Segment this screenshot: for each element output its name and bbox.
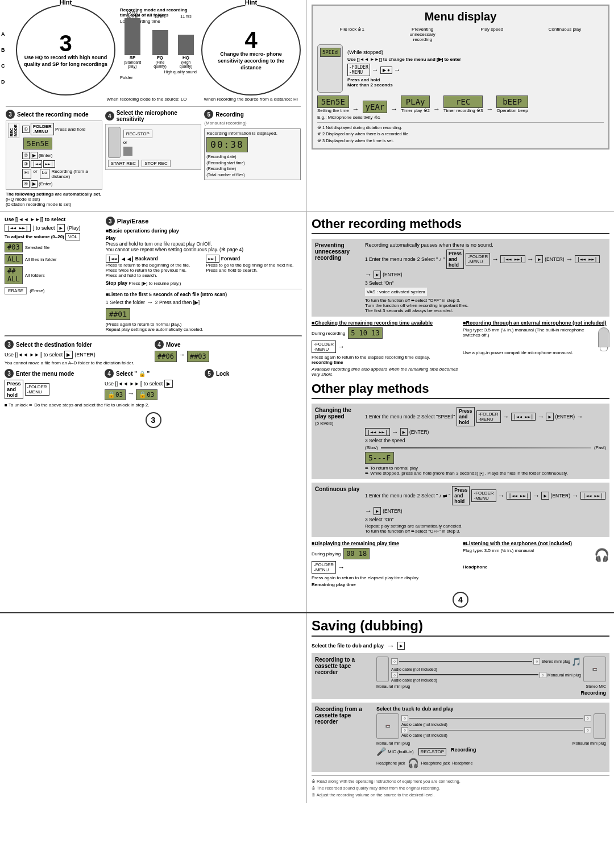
- cable-section-1: ○ ○ Stereo mini plug 🎵 Audio cable (not …: [391, 657, 581, 682]
- available-note: Available recording time also appears wh…: [312, 367, 458, 377]
- intro-cancel: Repeat play settings are automatically c…: [106, 327, 302, 332]
- step4-block: 4 Select the microphone sensitivity REC-…: [105, 110, 202, 207]
- stop-square: [123, 147, 132, 156]
- normal-note: ➨ To return to normal play: [365, 466, 606, 471]
- lcd-file03: #03: [5, 242, 23, 252]
- continuous-play-box: Continuous play 1 Enter the menu mode 2 …: [312, 483, 609, 537]
- move-step3-title: Select the destination folder: [16, 342, 92, 348]
- hint3-text: Use HQ to record with high sound quality…: [24, 55, 107, 68]
- plug-type-info: Plug type: 3.5 mm (⅛ in.) monaural (The …: [463, 327, 595, 338]
- bottom-section: Saving (dubbing) Select the file to dub …: [0, 612, 614, 803]
- device-shape: 5PEEd: [317, 44, 343, 93]
- mic-base: [600, 347, 608, 351]
- menu-notes: ※ 1 Not displayed during dictation recor…: [317, 122, 604, 144]
- top-right: Menu display File lock ※1 Preventingunne…: [307, 0, 614, 211]
- changing-inner: Changing the play speed (5 levels) 1 Ent…: [315, 407, 606, 476]
- lock-step4-num: 4: [105, 369, 114, 378]
- lock-step4-title: Select " 🔒 ": [116, 371, 150, 377]
- bar-sp-sub: (Standard play): [120, 60, 145, 68]
- lcd-speed-play: 5---F: [365, 452, 394, 464]
- bar-sp-bar: [125, 18, 140, 55]
- prev-press-btn[interactable]: Pressandhold: [446, 250, 464, 269]
- all-files-row: ALL All files in folder: [5, 254, 103, 264]
- bar-sp: 15 hrs32 min SP (Standard play): [120, 10, 145, 68]
- lock-press-btn[interactable]: Pressandhold: [5, 380, 23, 399]
- footnote1: ※ Read along with the operating instruct…: [312, 778, 609, 785]
- bar-fq-sub: (Fine quality): [150, 60, 171, 68]
- lock-step3-header: 3 Enter the menu mode: [5, 369, 102, 378]
- preventing-title-lbl: Preventing unnecessary recording: [315, 242, 360, 313]
- note1: ※ 1 Not displayed during dictation recor…: [317, 124, 604, 131]
- menu-use-label: Use [|◄◄ ►►|] to change the menu and [▶]…: [347, 57, 461, 62]
- step4-header: 4 Select the microphone sensitivity: [105, 110, 202, 122]
- top-section: A B C D Hint 3 Use HQ to record with hig…: [0, 0, 614, 211]
- erase-btn[interactable]: ERASE: [5, 287, 27, 294]
- basic-ops-title: ■Basic operations during play: [106, 228, 302, 234]
- recorder-device-1: [376, 657, 389, 682]
- two-col-play: ■Displaying the remaining play time Duri…: [312, 541, 609, 587]
- elapsed-display-note: Press again to return to the elapsed rec…: [312, 355, 458, 360]
- backward-block: |◄◄ ◄◄| Backward Press to return to the …: [106, 255, 202, 278]
- recorder-img: [108, 127, 121, 158]
- cassette-to-box: Recording to a cassette tape recorder ○: [312, 653, 609, 699]
- play-erase-step3: 3 Play/Erase ■Basic operations during pl…: [106, 217, 302, 332]
- headphone-icon: 🎧: [594, 548, 609, 563]
- checking-title: ■Checking the remaining recording time a…: [312, 320, 458, 326]
- footnotes-area: ※ Read along with the operating instruct…: [312, 775, 609, 799]
- preventing-content: Recording automatically pauses when ther…: [365, 242, 606, 313]
- hint4-note2: When recording the source from a distanc…: [204, 97, 298, 102]
- lcd-lock2: 🔒03: [136, 389, 157, 400]
- hint4-number: 4: [244, 28, 257, 51]
- hint3-circle: Hint 3 Use HQ to record with high sound …: [16, 5, 115, 95]
- selected-file-row: #03 Selected file: [5, 242, 103, 252]
- lock-step4: 4 Select " 🔒 " Use [|◄◄ ►►|] to select ▶…: [105, 369, 202, 401]
- setting-time-lbl: Setting the time: [317, 108, 349, 113]
- cont-press-btn[interactable]: Pressandhold: [452, 486, 470, 505]
- rec-details: (Recording date) (Recording start time) …: [206, 154, 298, 178]
- middle-left: Use [|◄◄ ►►|] to select |◄◄ ►►| ] to sel…: [0, 212, 307, 612]
- lcd-ex-play: PLAy Timer play ※2: [401, 95, 430, 113]
- stop-play-block: Stop play Press [▶] to resume play.): [106, 280, 302, 286]
- lock-step4-header: 4 Select " 🔒 ": [105, 369, 202, 378]
- move-step4: 4 Move ##06 → ##03: [155, 340, 302, 366]
- preventing-sub: Recording automatically pauses when ther…: [365, 242, 606, 248]
- cannot-move-note: You cannot move a file from an A–D folde…: [5, 360, 152, 366]
- hint4-note1: When recording close to the source: LO: [107, 97, 187, 102]
- rec-stop-label-area: REC-STOP: [418, 747, 446, 756]
- move-section: 3 Select the destination folder Use [|◄◄…: [5, 340, 302, 366]
- rec-stop-label-btn[interactable]: REC-STOP: [418, 748, 446, 755]
- ext-mic-note: Use a plug-in power compatible microphon…: [463, 350, 609, 355]
- move-step4-title: Move: [166, 342, 181, 348]
- displaying-title: ■Displaying the remaining play time: [312, 541, 458, 546]
- cable-section-2: ○ ○ Audio cable (not included) ○ ○: [401, 715, 591, 737]
- earphone-info: Plug type: 3.5 mm (⅛ in.) monaural: [463, 548, 591, 553]
- checking-lcd-row: During recording 5 10 13: [312, 327, 458, 339]
- press-hold-2s: Press and hold More than 2 seconds: [347, 77, 461, 88]
- menu-instruction: (While stopped) Use [|◄◄ ►►|] to change …: [347, 49, 461, 88]
- play-nav-row: -FOLDER-MENU →: [312, 561, 458, 574]
- folder-menu-btn[interactable]: FOLDER-MENU: [31, 123, 54, 135]
- during-rec-lbl: During recording: [312, 331, 345, 336]
- mode-steps: ① FOLDER-MENU Press and hold 5En5E ② ▶ (…: [22, 123, 100, 188]
- timer-play-lbl: Timer play ※2: [401, 108, 430, 113]
- ext-mic-title: ■Recording through an external microphon…: [463, 320, 609, 326]
- mic-label-area: 🎤 MIC (built-in): [376, 747, 414, 756]
- rec-stop-btn[interactable]: REC-STOP: [123, 130, 152, 138]
- high-quality-label: High quality sound: [120, 70, 197, 74]
- intro-scan-title: ■Listen to the first 5 seconds of each f…: [106, 292, 302, 297]
- chg-press-btn[interactable]: Pressandhold: [457, 407, 474, 426]
- bar-fq: 10 hrs FQ (Fine quality): [150, 14, 171, 68]
- timer-rec-lbl: Timer recording ※3: [443, 108, 483, 113]
- headphone-lbl: Headphone: [463, 564, 609, 570]
- backward-header: |◄◄ ◄◄| Backward: [106, 255, 202, 263]
- ff-step2: Use [|◄◄ ►►|] to select |◄◄ ►►| ] to sel…: [5, 217, 103, 332]
- headphone-jack-row: Headphone jack 🎧 Headphone jack Headphon…: [376, 758, 606, 769]
- all-folders-row: ##ALL All folders: [5, 266, 103, 284]
- stop-rec-label: STOP REC: [142, 160, 171, 167]
- first3s-note: The first 3 seconds will always be recor…: [365, 308, 606, 313]
- bar-fq-hours: 10 hrs: [155, 14, 165, 18]
- move-select-row: Use [|◄◄ ►►|] to select ▶ (ENTER): [5, 351, 152, 359]
- earphone-col: ■Listening with the earphones (not inclu…: [463, 541, 609, 587]
- external-mic-col: ■Recording through an external microphon…: [463, 320, 609, 377]
- step3-title: Select the recording mode: [17, 111, 89, 118]
